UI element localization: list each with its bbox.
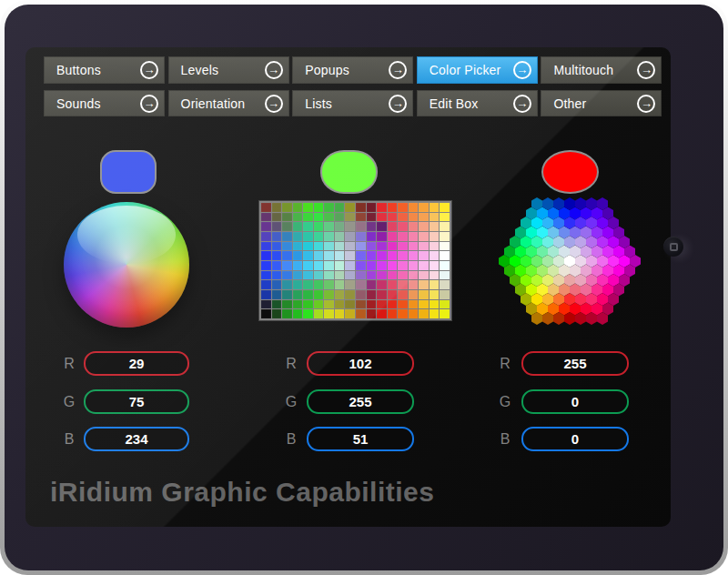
nav-button-multitouch[interactable]: Multitouch→ <box>541 56 662 84</box>
palette-cell[interactable] <box>293 251 303 260</box>
palette-cell[interactable] <box>409 222 419 231</box>
palette-cell[interactable] <box>409 213 419 222</box>
palette-cell[interactable] <box>282 261 292 270</box>
palette-cell[interactable] <box>430 222 440 231</box>
edit-box-r-color-sphere[interactable]: 29 <box>84 351 189 376</box>
palette-cell[interactable] <box>398 203 408 212</box>
palette-cell[interactable] <box>440 213 450 222</box>
palette-cell[interactable] <box>388 232 398 241</box>
nav-button-levels[interactable]: Levels→ <box>168 56 289 84</box>
palette-cell[interactable] <box>345 242 355 251</box>
palette-cell[interactable] <box>356 222 366 231</box>
palette-cell[interactable] <box>367 242 377 251</box>
palette-cell[interactable] <box>345 271 355 280</box>
palette-cell[interactable] <box>272 242 282 251</box>
palette-cell[interactable] <box>324 271 334 280</box>
palette-cell[interactable] <box>356 290 366 299</box>
palette-cell[interactable] <box>430 271 440 280</box>
palette-cell[interactable] <box>430 251 440 260</box>
palette-cell[interactable] <box>419 222 429 231</box>
palette-cell[interactable] <box>272 280 282 289</box>
palette-cell[interactable] <box>419 271 429 280</box>
palette-cell[interactable] <box>356 271 366 280</box>
palette-cell[interactable] <box>335 222 345 231</box>
palette-cell[interactable] <box>261 203 271 212</box>
palette-cell[interactable] <box>440 309 450 318</box>
palette-cell[interactable] <box>324 203 334 212</box>
palette-cell[interactable] <box>261 242 271 251</box>
palette-cell[interactable] <box>314 300 324 309</box>
palette-cell[interactable] <box>367 309 377 318</box>
palette-cell[interactable] <box>335 290 345 299</box>
palette-cell[interactable] <box>303 232 313 241</box>
palette-cell[interactable] <box>409 280 419 289</box>
palette-cell[interactable] <box>388 290 398 299</box>
palette-cell[interactable] <box>398 290 408 299</box>
palette-cell[interactable] <box>440 242 450 251</box>
palette-cell[interactable] <box>261 271 271 280</box>
edit-box-b-color-sphere[interactable]: 234 <box>84 427 189 451</box>
nav-button-orientation[interactable]: Orientation→ <box>168 90 289 117</box>
palette-cell[interactable] <box>430 280 440 289</box>
selected-color-swatch-grid[interactable] <box>320 150 378 194</box>
palette-cell[interactable] <box>272 300 282 309</box>
palette-cell[interactable] <box>398 251 408 260</box>
palette-cell[interactable] <box>314 222 324 231</box>
palette-cell[interactable] <box>314 290 324 299</box>
palette-cell[interactable] <box>388 203 398 212</box>
palette-cell[interactable] <box>398 222 408 231</box>
palette-cell[interactable] <box>314 232 324 241</box>
palette-cell[interactable] <box>272 232 282 241</box>
palette-cell[interactable] <box>398 261 408 270</box>
palette-cell[interactable] <box>261 290 271 299</box>
palette-cell[interactable] <box>314 213 324 222</box>
palette-cell[interactable] <box>367 261 377 270</box>
palette-cell[interactable] <box>356 261 366 270</box>
palette-cell[interactable] <box>345 232 355 241</box>
palette-cell[interactable] <box>261 232 271 241</box>
palette-cell[interactable] <box>335 242 345 251</box>
palette-cell[interactable] <box>314 242 324 251</box>
palette-cell[interactable] <box>356 203 366 212</box>
palette-cell[interactable] <box>335 309 345 318</box>
palette-cell[interactable] <box>324 309 334 318</box>
palette-cell[interactable] <box>377 251 387 260</box>
nav-button-popups[interactable]: Popups→ <box>292 56 413 84</box>
palette-cell[interactable] <box>261 251 271 260</box>
palette-cell[interactable] <box>324 300 334 309</box>
palette-cell[interactable] <box>398 232 408 241</box>
palette-cell[interactable] <box>282 309 292 318</box>
edit-box-b-hex-wheel[interactable]: 0 <box>521 427 629 451</box>
nav-button-lists[interactable]: Lists→ <box>292 90 413 117</box>
palette-cell[interactable] <box>272 203 282 212</box>
nav-button-edit-box[interactable]: Edit Box→ <box>417 90 538 117</box>
palette-cell[interactable] <box>430 203 440 212</box>
edit-box-r-palette-grid[interactable]: 102 <box>307 351 414 376</box>
palette-cell[interactable] <box>272 213 282 222</box>
palette-cell[interactable] <box>324 222 334 231</box>
palette-cell[interactable] <box>440 222 450 231</box>
palette-cell[interactable] <box>409 300 419 309</box>
palette-cell[interactable] <box>377 242 387 251</box>
palette-cell[interactable] <box>367 271 377 280</box>
palette-cell[interactable] <box>293 232 303 241</box>
palette-cell[interactable] <box>293 213 303 222</box>
palette-cell[interactable] <box>282 271 292 280</box>
palette-cell[interactable] <box>293 203 303 212</box>
palette-cell[interactable] <box>303 280 313 289</box>
palette-cell[interactable] <box>335 232 345 241</box>
palette-cell[interactable] <box>409 251 419 260</box>
palette-cell[interactable] <box>440 271 450 280</box>
palette-cell[interactable] <box>282 232 292 241</box>
palette-cell[interactable] <box>345 251 355 260</box>
palette-cell[interactable] <box>367 300 377 309</box>
palette-cell[interactable] <box>367 213 377 222</box>
palette-cell[interactable] <box>377 203 387 212</box>
palette-cell[interactable] <box>303 251 313 260</box>
palette-cell[interactable] <box>314 261 324 270</box>
palette-cell[interactable] <box>367 251 377 260</box>
palette-cell[interactable] <box>282 290 292 299</box>
palette-cell[interactable] <box>377 300 387 309</box>
palette-cell[interactable] <box>419 300 429 309</box>
edit-box-r-hex-wheel[interactable]: 255 <box>521 351 629 376</box>
